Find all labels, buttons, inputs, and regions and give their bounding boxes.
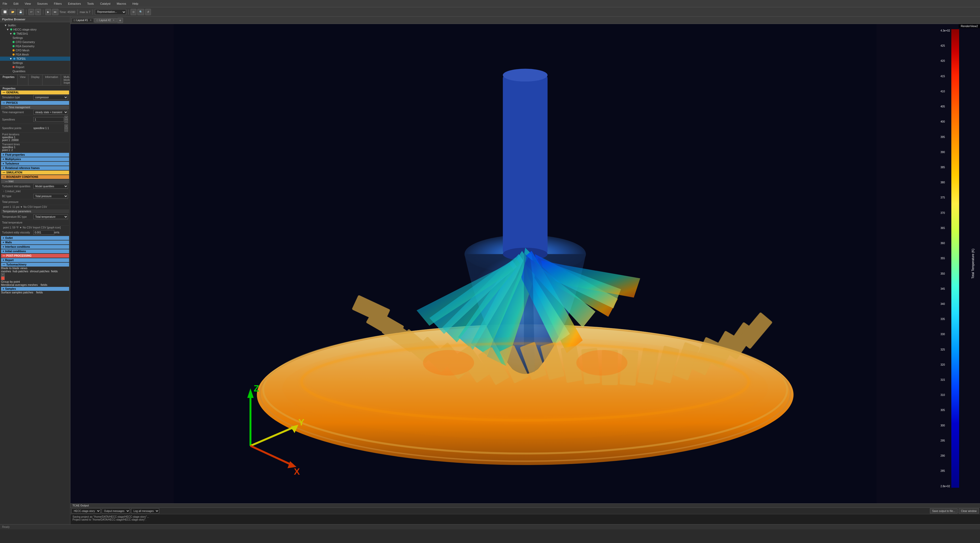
time-label: Time: 45000 bbox=[59, 10, 75, 14]
tree-item-quantities[interactable]: Quantities bbox=[0, 69, 70, 73]
output-level-select[interactable]: Log all messages bbox=[131, 508, 159, 514]
rotate-btn[interactable]: ↺ bbox=[145, 9, 151, 15]
section-title: Multiphysics bbox=[5, 158, 21, 161]
blade-dec[interactable]: - bbox=[1, 277, 5, 280]
zoom-btn[interactable]: 🔍 bbox=[137, 9, 144, 15]
tree-item-settings1[interactable]: Settings bbox=[0, 36, 70, 40]
menu-help[interactable]: Help bbox=[131, 2, 140, 6]
tree-item-builtin[interactable]: ▼ builtin: bbox=[0, 23, 70, 27]
menu-bar: File Edit View Sources Filters Extractor… bbox=[0, 0, 980, 7]
turb-inlet-select[interactable]: Model quantities bbox=[33, 184, 68, 189]
turb-eddy-input[interactable] bbox=[33, 230, 54, 235]
section-fluid-header[interactable]: + Fluid properties bbox=[1, 153, 69, 157]
open-btn[interactable]: 📂 bbox=[10, 9, 16, 15]
sep5 bbox=[128, 10, 129, 14]
row-total-pressure: Total pressure bbox=[1, 199, 69, 205]
output-source-select[interactable]: HECC-stage-story bbox=[72, 508, 101, 514]
subsection-time-header[interactable]: — Time management bbox=[1, 105, 69, 109]
section-sim-header[interactable]: — SIMULATION bbox=[1, 170, 69, 175]
tab-display[interactable]: Display bbox=[29, 75, 43, 85]
menu-view[interactable]: View bbox=[23, 2, 33, 6]
section-turb-header[interactable]: + Turbulence bbox=[1, 162, 69, 166]
tab-layout1-close[interactable]: × bbox=[90, 19, 92, 22]
section-turbo-header[interactable]: — Turbomachinery bbox=[1, 263, 69, 266]
tree-item-residuals[interactable]: Residuals bbox=[0, 73, 70, 74]
section-physics-header[interactable]: — PHYSICS bbox=[1, 101, 69, 105]
section-walls-header[interactable]: + Walls bbox=[1, 240, 69, 244]
tree-item-cfd-geom[interactable]: CFD Geometry bbox=[0, 40, 70, 44]
menu-catalyst[interactable]: Catalyst bbox=[99, 2, 112, 6]
section-multi-header[interactable]: + Multiphysics bbox=[1, 157, 69, 161]
tab-layout2-close[interactable]: × bbox=[113, 19, 115, 22]
expand-icon: + bbox=[3, 250, 4, 253]
tree-item-fea-geom[interactable]: FEA Geometry bbox=[0, 44, 70, 48]
redo-btn[interactable]: ↪ bbox=[35, 9, 41, 15]
section-title: SIMULATION bbox=[6, 171, 22, 174]
menu-edit[interactable]: Edit bbox=[12, 2, 20, 6]
reset-camera-btn[interactable]: ⊙ bbox=[130, 9, 136, 15]
save-output-btn[interactable]: Save output to file... bbox=[930, 508, 958, 514]
pressure-detail: point 1: 11 psi ▼ No CSV Import CSV bbox=[1, 205, 69, 209]
menu-sources[interactable]: Sources bbox=[35, 2, 49, 6]
blade-inc[interactable]: + bbox=[1, 273, 5, 277]
section-walls: + Walls bbox=[1, 240, 69, 244]
save-btn[interactable]: 💾 bbox=[17, 9, 24, 15]
play-btn[interactable]: ▶ bbox=[45, 9, 51, 15]
section-postproc-header[interactable]: — POST-PROCESSING bbox=[1, 254, 69, 258]
section-rot-header[interactable]: + Rotational reference frames bbox=[1, 166, 69, 170]
section-initial-header[interactable]: + Initial conditions bbox=[1, 249, 69, 253]
new-btn[interactable]: ⬜ bbox=[2, 9, 8, 15]
surface-patches: patches bbox=[23, 291, 33, 294]
section-samples-header[interactable]: + Samples bbox=[1, 287, 69, 291]
tree-label: TCFD1 bbox=[16, 57, 25, 60]
tab-information[interactable]: Information bbox=[43, 75, 61, 85]
section-postproc: — POST-PROCESSING bbox=[1, 254, 69, 258]
menu-macros[interactable]: Macros bbox=[115, 2, 128, 6]
tab-layout1[interactable]: □ Layout #1 × bbox=[72, 18, 94, 22]
spts-dec[interactable]: - bbox=[64, 128, 68, 132]
output-type-select[interactable]: Output messages bbox=[102, 508, 130, 514]
speedlines-inc[interactable]: + bbox=[64, 116, 68, 119]
tree-item-hecc[interactable]: ▼ HECC-stage-story bbox=[0, 27, 70, 32]
expand-icon: ▼ bbox=[4, 24, 7, 27]
speedlines-dec[interactable]: - bbox=[64, 119, 68, 123]
tree-item-fea-mesh[interactable]: FEA Mesh bbox=[0, 53, 70, 57]
menu-filters[interactable]: Filters bbox=[52, 2, 64, 6]
tab-layout2-label: Layout #2 bbox=[99, 19, 111, 22]
bc-type-select[interactable]: Total pressure bbox=[33, 194, 68, 199]
tab-layout2[interactable]: □ Layout #2 × bbox=[94, 18, 117, 22]
section-outlet-header[interactable]: + Outlet bbox=[1, 236, 69, 240]
tree-item-tcfd1[interactable]: ▼ TCFD1 bbox=[0, 57, 70, 61]
clear-output-btn[interactable]: Clear window bbox=[959, 508, 979, 514]
temp-bc-select[interactable]: Total temperature bbox=[33, 214, 68, 219]
undo-btn[interactable]: ↩ bbox=[29, 9, 34, 15]
tab-properties[interactable]: Properties bbox=[0, 75, 18, 85]
tree-item-cfd-mesh[interactable]: CFD Mesh bbox=[0, 48, 70, 53]
menu-extractors[interactable]: Extractors bbox=[67, 2, 83, 6]
color-scale bbox=[951, 29, 959, 488]
tree-item-settings2[interactable]: Settings bbox=[0, 61, 70, 65]
section-bc-header[interactable]: — BOUNDARY CONDITIONS bbox=[1, 175, 69, 179]
menu-tools[interactable]: Tools bbox=[86, 2, 95, 6]
time-mgmt-select[interactable]: steady state + transient bbox=[33, 110, 68, 115]
spts-inc[interactable]: + bbox=[64, 124, 68, 128]
section-time: — Time management Time management steady… bbox=[1, 105, 69, 152]
tab-view[interactable]: View bbox=[18, 75, 29, 85]
section-interface-header[interactable]: + Interface conditions bbox=[1, 245, 69, 249]
tab-multiblock[interactable]: Multi-block Inspector bbox=[61, 75, 70, 85]
sim-type-select[interactable]: compressor bbox=[33, 95, 68, 100]
svg-text:X: X bbox=[294, 467, 300, 476]
step-btn[interactable]: ⏭ bbox=[52, 9, 59, 15]
section-fluid: + Fluid properties bbox=[1, 153, 69, 157]
menu-file[interactable]: File bbox=[1, 2, 9, 6]
surface-label: Surface samples bbox=[1, 291, 22, 294]
render-view[interactable]: RenderView2 bbox=[70, 24, 980, 503]
section-general-header[interactable]: — GENERAL bbox=[1, 91, 69, 94]
representation-select[interactable]: Representation... bbox=[95, 9, 126, 15]
add-layout-btn[interactable]: + bbox=[117, 18, 123, 23]
subsection-inlet-header[interactable]: — Inlet bbox=[1, 180, 69, 183]
tree-item-report[interactable]: Report bbox=[0, 65, 70, 69]
tree-item-tmesh[interactable]: ▼ TMESH1 bbox=[0, 32, 70, 36]
speedlines-input[interactable] bbox=[33, 117, 64, 122]
section-report-header[interactable]: + Report bbox=[1, 258, 69, 262]
